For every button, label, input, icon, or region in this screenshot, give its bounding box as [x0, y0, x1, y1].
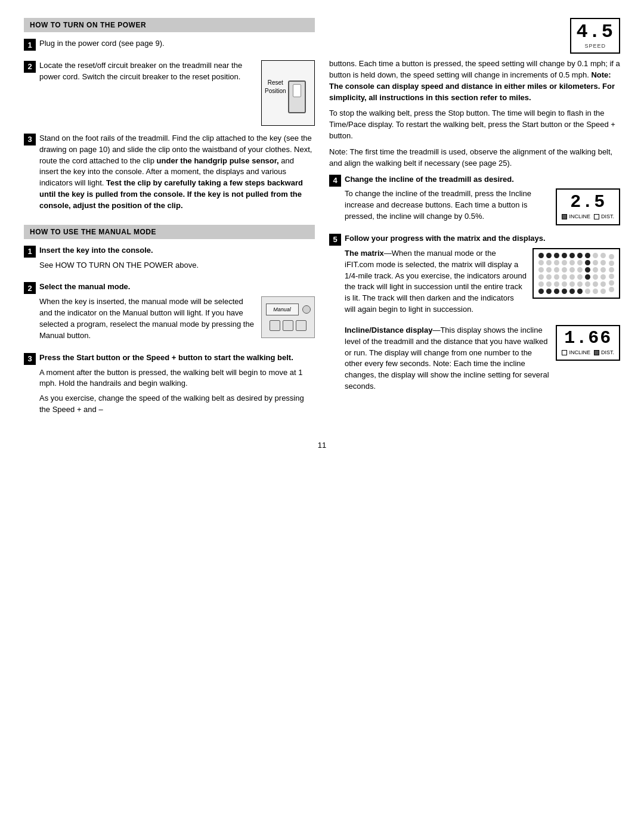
step2-text: Locate the reset/off circuit breaker on …	[39, 60, 255, 83]
dist-incline-label2: DIST.	[601, 349, 614, 357]
matrix-dots	[538, 253, 606, 294]
dist-incline-dot1	[562, 350, 567, 355]
step1-text: Plug in the power cord (see page 9).	[39, 38, 315, 49]
manual-step-2: 2 Select the manual mode. When the key i…	[24, 281, 315, 345]
matrix-side-bar	[609, 254, 614, 292]
incline-dot-empty	[594, 214, 599, 219]
manual-step2-text: When the key is inserted, the manual mod…	[39, 296, 255, 341]
incline-dist-digits2: 1.66	[564, 329, 612, 347]
matrix-text: —When the manual mode or the iFIT.com mo…	[345, 249, 527, 314]
manual-rect: Manual	[266, 304, 299, 315]
step5-bold: Follow your progress with the matrix and…	[345, 234, 546, 243]
manual-step-number-1: 1	[24, 246, 36, 258]
manual-step1-bold: Insert the key into the console.	[39, 246, 153, 255]
speed-display-container: 4.5 SPEED	[329, 18, 620, 54]
page-number: 11	[24, 441, 620, 450]
step4-text: To change the incline of the treadmill, …	[345, 188, 550, 222]
manual-step1-text: See HOW TO TURN ON THE POWER above.	[39, 260, 315, 271]
section-power: HOW TO TURN ON THE POWER 1 Plug in the p…	[24, 18, 315, 215]
incline-dist-title: Incline/Distance	[345, 326, 404, 335]
incline-label1: INCLINE	[569, 213, 590, 221]
breaker-switch	[293, 84, 301, 97]
step-number-3: 3	[24, 134, 36, 145]
power-step-3: 3 Stand on the foot rails of the treadmi…	[24, 133, 315, 215]
step-number-2: 2	[24, 61, 36, 73]
right-text-p2: To stop the walking belt, press the Stop…	[329, 108, 620, 142]
left-column: HOW TO TURN ON THE POWER 1 Plug in the p…	[24, 18, 315, 429]
right-text-p1: buttons. Each time a button is pressed, …	[329, 58, 620, 103]
dist-incline-label1: INCLINE	[569, 349, 590, 357]
btn-square-3	[296, 320, 306, 331]
matrix-display	[532, 248, 620, 299]
incline-display: 2.5 INCLINE DIST.	[556, 188, 620, 225]
power-step-1: 1 Plug in the power cord (see page 9).	[24, 38, 315, 53]
speed-digits: 4.5	[576, 23, 614, 42]
incline-display-container: 2.5 INCLINE DIST.	[556, 188, 620, 225]
speed-display: 4.5 SPEED	[570, 18, 620, 54]
matrix-title: The matrix	[345, 249, 384, 258]
incline-digits: 2.5	[570, 193, 606, 211]
manual-circle	[302, 305, 311, 314]
manual-step2-bold: Select the manual mode.	[39, 282, 130, 291]
incline-dist-text: —This display shows the incline level of…	[345, 326, 549, 391]
manual-step-number-2: 2	[24, 282, 36, 294]
page: HOW TO TURN ON THE POWER 1 Plug in the p…	[24, 18, 620, 450]
btn-square-1	[270, 320, 280, 331]
manual-step-1: 1 Insert the key into the console. See H…	[24, 245, 315, 275]
manual-step3-text1: A moment after the button is pressed, th…	[39, 367, 315, 390]
breaker-shape	[288, 80, 306, 113]
manual-step-3: 3 Press the Start button or the Speed + …	[24, 352, 315, 419]
reset-position-image: Reset Position	[261, 60, 315, 126]
right-column: 4.5 SPEED buttons. Each time a button is…	[329, 18, 620, 429]
step-number-1: 1	[24, 39, 36, 51]
manual-button-image: Manual	[261, 296, 315, 338]
step-number-5: 5	[329, 234, 341, 246]
incline-dist-display2: 1.66 INCLINE DIST.	[556, 325, 620, 361]
speed-label: SPEED	[584, 43, 606, 49]
manual-step3-bold: Press the Start button or the Speed + bu…	[39, 353, 293, 362]
btn-square-2	[283, 320, 293, 331]
manual-step-number-3: 3	[24, 353, 36, 365]
manual-step3-text2: As you exercise, change the speed of the…	[39, 393, 315, 416]
section-power-header: HOW TO TURN ON THE POWER	[24, 18, 315, 32]
section-manual-header: HOW TO USE THE MANUAL MODE	[24, 225, 315, 239]
incline-dot-filled	[562, 214, 567, 219]
dist-incline-dot2	[594, 350, 599, 355]
right-text-p3: Note: The first time the treadmill is us…	[329, 147, 620, 169]
right-step-5: 5 Follow your progress with the matrix a…	[329, 233, 620, 396]
section-manual: HOW TO USE THE MANUAL MODE 1 Insert the …	[24, 225, 315, 419]
right-step-4: 4 Change the incline of the treadmill as…	[329, 174, 620, 226]
step-number-4: 4	[329, 175, 341, 187]
step4-bold: Change the incline of the treadmill as d…	[345, 175, 514, 184]
incline-dist-bold: display	[406, 326, 433, 335]
power-step-2: 2 Locate the reset/off circuit breaker o…	[24, 60, 315, 126]
step3-text: Stand on the foot rails of the treadmill…	[39, 133, 315, 212]
incline-dist-display2-container: 1.66 INCLINE DIST.	[556, 325, 620, 361]
incline-label2: DIST.	[601, 213, 614, 221]
